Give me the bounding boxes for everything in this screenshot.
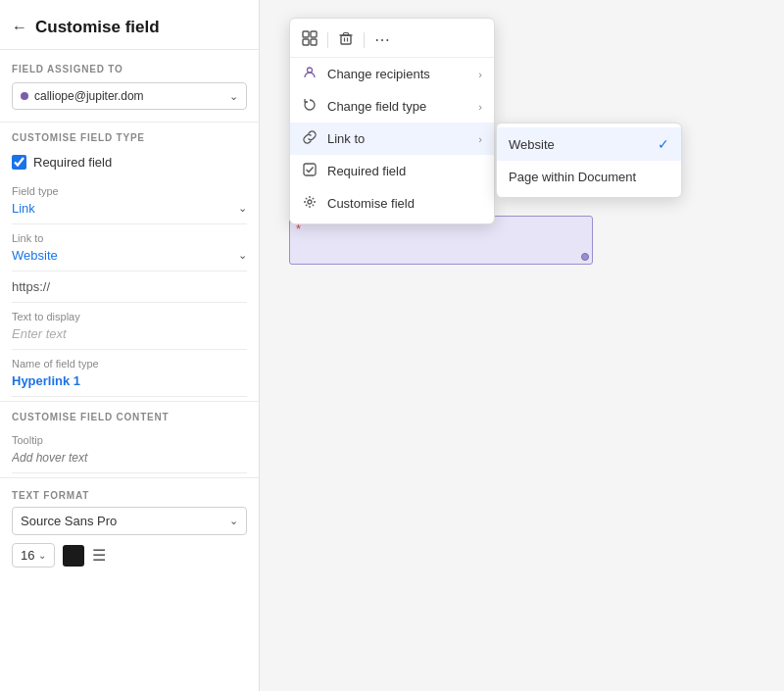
tooltip-group: Tooltip [12,426,247,473]
text-to-display-label: Text to display [12,311,247,322]
menu-separator [327,32,328,48]
field-assigned-area: calliope@jupiter.dom ⌄ [0,78,259,118]
change-field-type-label: Change field type [327,99,468,114]
more-options-icon[interactable]: ⋯ [374,30,390,49]
name-of-field-type-label: Name of field type [12,358,247,370]
link-to-select-wrapper: Website Page within Document ⌄ [12,248,247,263]
field-type-select-wrapper: Link ⌄ [12,201,247,216]
required-field-checkbox[interactable] [12,155,26,170]
svg-rect-5 [311,31,317,37]
context-menu-top: ⋯ [290,23,494,58]
field-assigned-section-label: FIELD ASSIGNED TO [0,58,259,78]
doc-field-resize-handle[interactable] [581,253,589,261]
text-align-icon[interactable]: ☰ [92,546,106,565]
tooltip-label: Tooltip [12,434,247,446]
change-recipients-label: Change recipients [327,67,468,81]
text-to-display-input[interactable] [12,326,247,341]
svg-point-15 [308,200,312,204]
link-to-chevron-icon: ⌄ [238,249,247,262]
text-format-label: TEXT FORMAT [12,490,247,501]
form-section: Field type Link ⌄ Link to Website Page w… [0,177,259,397]
font-size-selector[interactable]: 16 ⌄ [12,543,55,568]
recipients-icon [302,66,318,82]
change-field-type-arrow-icon: › [478,101,482,113]
color-swatch[interactable] [63,545,84,567]
text-format-section: TEXT FORMAT Source Sans Pro ⌄ 16 ⌄ ☰ [0,482,259,568]
assigned-email-value: calliope@jupiter.dom [34,89,223,103]
customise-field-type-section-label: CUSTOMISE FIELD TYPE [0,126,259,147]
customise-field-icon [302,195,318,212]
change-recipients-item[interactable]: Change recipients › [290,58,494,90]
assigned-email-chevron-icon: ⌄ [229,90,238,103]
required-field-menu-label: Required field [327,164,482,178]
menu-separator2 [364,32,365,48]
font-size-chevron-icon: ⌄ [38,550,46,561]
font-dropdown-chevron-icon: ⌄ [229,515,238,527]
link-to-group: Link to Website Page within Document ⌄ [12,224,247,271]
required-field-row: Required field [0,147,259,177]
submenu-website-item[interactable]: Website ✓ [497,127,681,161]
context-menu: ⋯ Change recipients › Change field type [289,18,495,224]
website-option-label: Website [509,137,650,152]
name-of-field-type-group: Name of field type Hyperlink 1 [12,350,247,397]
trash-icon[interactable] [338,30,354,49]
change-field-type-icon [302,98,318,115]
tooltip-input[interactable] [12,451,247,465]
grid-icon[interactable] [302,30,318,49]
name-of-field-type-value: Hyperlink 1 [12,373,80,388]
svg-rect-10 [344,33,349,36]
link-to-label: Link to [12,232,247,244]
link-to-item[interactable]: Link to › Website ✓ Page within Document [290,123,494,155]
required-field-item[interactable]: Required field [290,155,494,187]
svg-rect-6 [303,39,309,45]
customise-field-menu-label: Customise field [327,196,482,211]
submenu-page-within-item[interactable]: Page within Document [497,161,681,193]
font-dropdown[interactable]: Source Sans Pro ⌄ [12,507,247,535]
right-panel: ⋯ Change recipients › Change field type [260,0,784,691]
tooltip-section: Tooltip [0,426,259,473]
customise-field-content-section-label: CUSTOMISE FIELD CONTENT [0,406,259,426]
website-check-icon: ✓ [658,136,669,152]
field-type-label: Field type [12,185,247,197]
email-dot-icon [21,92,28,100]
https-group [12,271,247,303]
svg-rect-8 [341,35,351,44]
link-to-submenu: Website ✓ Page within Document [496,123,682,198]
change-recipients-arrow-icon: › [478,69,482,80]
field-type-group: Field type Link ⌄ [12,177,247,224]
field-type-chevron-icon: ⌄ [238,202,247,215]
svg-rect-4 [303,31,309,37]
text-to-display-group: Text to display [12,303,247,350]
change-field-type-item[interactable]: Change field type › [290,90,494,123]
required-field-icon [302,163,318,179]
required-field-label: Required field [33,155,112,170]
link-to-arrow-icon: › [478,133,482,145]
svg-rect-14 [304,164,316,175]
svg-rect-7 [311,39,317,45]
page-title: Customise field [35,18,160,37]
customise-field-item[interactable]: Customise field [290,187,494,220]
field-type-select[interactable]: Link [12,201,238,216]
font-size-value: 16 [21,548,34,563]
https-input[interactable] [12,279,247,294]
link-icon [302,130,318,147]
back-button[interactable]: ← [12,19,27,36]
left-panel: ← Customise field FIELD ASSIGNED TO call… [0,0,260,691]
svg-point-13 [308,68,313,73]
toolbar-row: 16 ⌄ ☰ [12,543,247,568]
font-name-value: Source Sans Pro [21,514,229,528]
link-to-menu-label: Link to [327,131,468,146]
back-header: ← Customise field [0,10,259,50]
assigned-email-dropdown[interactable]: calliope@jupiter.dom ⌄ [12,82,247,110]
link-to-select[interactable]: Website Page within Document [12,248,238,263]
page-within-document-label: Page within Document [509,170,669,184]
